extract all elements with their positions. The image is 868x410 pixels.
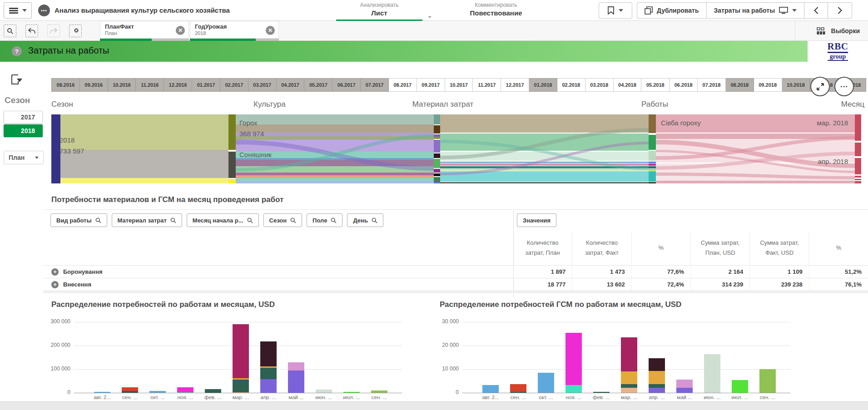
timeline-month-07.2018[interactable]: 07.2018 [698,78,726,92]
timeline-month-09.2018[interactable]: 09.2018 [754,78,782,92]
bar-segment[interactable] [593,392,610,393]
bar-segment[interactable] [510,392,526,393]
bar-segment[interactable] [94,392,110,393]
sankey-flow[interactable] [60,178,228,183]
bar-segment[interactable] [649,388,665,393]
more-options-button[interactable]: ... [834,77,854,96]
expand-row-icon[interactable]: + [51,268,59,276]
bar-segment[interactable] [676,388,693,393]
step-back-button[interactable] [25,25,38,37]
bar-segment[interactable] [177,392,193,393]
tab-analyze-sheet[interactable]: Анализировать Лист ⌄ [336,2,422,17]
fullscreen-button[interactable] [810,77,830,96]
bar-segment[interactable] [260,341,277,367]
timeline-month-04.2017[interactable]: 04.2017 [277,78,305,92]
dimension-chip-Поле[interactable]: Поле [307,213,342,227]
bar-segment[interactable] [316,390,332,393]
bar-segment[interactable] [759,369,776,393]
bar-segment[interactable] [510,384,526,392]
bar-segment[interactable] [704,354,720,393]
bar-segment[interactable] [621,337,637,371]
bar-segment[interactable] [565,333,582,385]
timeline-month-11.2016[interactable]: 11.2016 [136,78,164,92]
timeline-month-05.2017[interactable]: 05.2017 [304,78,332,92]
bar-segment[interactable] [621,388,637,393]
timeline-month-03.2017[interactable]: 03.2017 [248,78,277,92]
sankey-node-culture-other[interactable] [228,179,236,183]
sankey-flow[interactable] [60,114,228,150]
bar-segment[interactable] [149,391,166,393]
pivot-column-header[interactable]: % [632,231,691,265]
bar-segment[interactable] [621,384,637,388]
bar-segment[interactable] [177,387,193,392]
timeline-month-09.2016[interactable]: 09.2016 [80,78,108,92]
bar-segment[interactable] [371,390,387,393]
bar-segment[interactable] [122,387,138,391]
timeline-month-01.2018[interactable]: 01.2018 [529,78,557,92]
selection-chip-box[interactable]: ГодУрожая2018✕ [190,21,279,39]
clear-selection-icon[interactable]: ✕ [176,26,185,35]
timeline-month-09.2017[interactable]: 09.2017 [417,78,445,92]
dimension-chip-Материал затрат[interactable]: Материал затрат [112,213,182,227]
bar-segment[interactable] [205,389,221,393]
timeline-month-12.2016[interactable]: 12.2016 [164,78,192,92]
sankey-node-culture-goroh[interactable] [228,114,236,150]
selection-chip-ПланФакт[interactable]: ПланФактПлан✕ [100,21,189,41]
clear-selections-button[interactable] [69,25,82,37]
bar-segment[interactable] [621,371,637,384]
bar-segment[interactable] [538,373,554,393]
timeline-month-07.2017[interactable]: 07.2017 [361,78,389,92]
timeline-month-02.2017[interactable]: 02.2017 [220,78,248,92]
bar-segment[interactable] [649,358,665,371]
clear-selection-icon[interactable]: ✕ [266,26,275,35]
row-label-cell[interactable]: +Внесення [43,278,513,291]
pivot-column-header[interactable]: Количество затрат, Факт [572,231,631,265]
selections-tool-button[interactable]: Выборки [812,21,864,41]
bar-segment[interactable] [565,385,582,393]
bar-segment[interactable] [288,370,304,393]
plan-fact-dropdown[interactable]: План [4,151,44,164]
timeline-month-01.2017[interactable]: 01.2017 [192,78,220,92]
timeline-month-08.2016[interactable]: 08.2016 [51,78,80,92]
timeline-month-03.2018[interactable]: 03.2018 [585,78,614,92]
timeline-month-10.2016[interactable]: 10.2016 [108,78,136,92]
timeline-month-04.2018[interactable]: 04.2018 [614,78,642,92]
help-icon[interactable]: ? [12,46,22,56]
values-chip[interactable]: Значения [517,213,556,227]
sankey-nodes-works[interactable] [649,114,656,183]
bar-segment[interactable] [260,379,277,393]
bottom-scroll-strip[interactable] [0,401,868,410]
bar-segment[interactable] [343,392,360,393]
bar-segment[interactable] [482,385,499,393]
sheet-selector[interactable]: Затраты на работы [707,3,805,18]
pivot-column-header[interactable]: Сумма затрат, Факт, USD [750,231,809,265]
selection-chip-ГодУрожая[interactable]: ГодУрожая2018✕ [190,21,279,41]
sankey-flow[interactable] [60,150,228,178]
timeline-month-12.2017[interactable]: 12.2017 [501,78,529,92]
dimension-chip-Сезон[interactable]: Сезон [263,213,303,227]
timeline-month-10.2018[interactable]: 10.2018 [782,78,810,92]
previous-sheet-button[interactable] [804,3,828,18]
tab-comment-story[interactable]: Комментировать Повествование [456,2,536,17]
bar-segment[interactable] [676,380,693,388]
bar-segment[interactable] [233,392,249,393]
timeline-month-11.2017[interactable]: 11.2017 [473,78,501,92]
timeline-month-02.2018[interactable]: 02.2018 [557,78,585,92]
bar-segment[interactable] [260,366,277,368]
bar-segment[interactable] [649,384,665,388]
timeline-month-08.2018[interactable]: 08.2018 [726,78,754,92]
bar-segment[interactable] [233,378,249,380]
bar-segment[interactable] [233,380,249,392]
bar-segment[interactable] [122,391,138,393]
pivot-column-header[interactable]: % [809,231,868,265]
bar-segment[interactable] [649,371,665,385]
step-forward-button[interactable] [47,25,60,37]
smart-search-button[interactable] [4,25,16,37]
bar-segment[interactable] [732,380,748,393]
dimension-chip-Вид работы[interactable]: Вид работы [50,213,107,227]
expand-row-icon[interactable]: + [51,281,59,288]
bookmark-button[interactable] [599,2,632,19]
selections-panel-button[interactable] [11,74,23,86]
duplicate-button[interactable]: Дублировать [637,3,707,18]
sankey-nodes-material[interactable] [434,114,440,183]
